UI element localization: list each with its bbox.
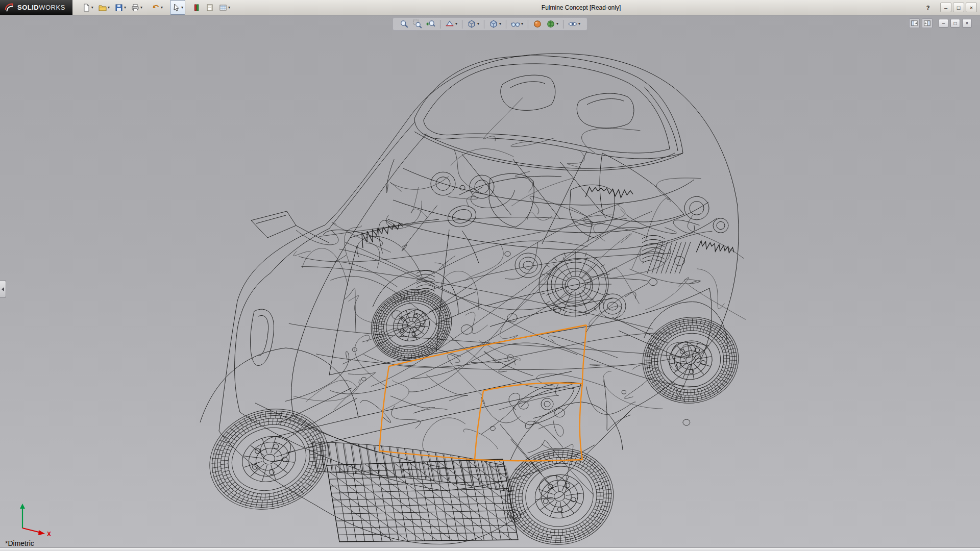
open-folder-icon <box>99 4 107 12</box>
titlebar: SOLIDWORKS ▾▾▾▾▾▾▾ Fulmine Concept [Read… <box>0 0 980 15</box>
selection-filter-icon <box>192 4 201 12</box>
view-orientation-label: *Dimetric <box>5 539 34 547</box>
new-document-icon <box>82 4 90 12</box>
dropdown-caret-icon[interactable]: ▾ <box>91 6 93 10</box>
sheet-grid-button[interactable]: ▾ <box>217 0 232 15</box>
document-window-controls: –□× <box>909 18 972 28</box>
document-restore-button[interactable]: □ <box>950 19 960 28</box>
toolbar-separator <box>528 20 528 29</box>
undo-icon <box>152 4 160 12</box>
dropdown-caret-icon[interactable]: ▾ <box>455 22 457 26</box>
select-cursor-icon <box>172 4 180 12</box>
window-title: Fulmine Concept [Read-only] <box>542 4 621 11</box>
new-document-button[interactable]: ▾ <box>80 0 95 15</box>
apply-scene-button[interactable]: ▾ <box>546 19 559 29</box>
status-bar-edge <box>0 547 980 551</box>
document-minimize-button[interactable]: – <box>939 19 948 28</box>
previous-view-icon <box>426 19 435 29</box>
print-icon <box>131 4 139 12</box>
wheel <box>197 394 341 524</box>
options-clipboard-button[interactable] <box>204 0 216 15</box>
display-style-icon <box>489 19 498 29</box>
maximize-button[interactable]: □ <box>953 3 964 12</box>
solidworks-logo-icon <box>4 3 14 13</box>
solidworks-logo: SOLIDWORKS <box>0 0 72 15</box>
toolbar-separator <box>462 20 462 29</box>
toolbar-separator <box>563 20 564 29</box>
view-settings-button[interactable]: ▾ <box>568 19 581 29</box>
print-button[interactable]: ▾ <box>129 0 144 15</box>
triad-x-label: X <box>47 531 51 538</box>
dropdown-caret-icon[interactable]: ▾ <box>140 6 142 10</box>
dropdown-caret-icon[interactable]: ▾ <box>477 22 479 26</box>
dropdown-caret-icon[interactable]: ▾ <box>181 6 183 10</box>
edit-appearance-button[interactable] <box>532 19 543 29</box>
section-view-icon <box>445 19 454 29</box>
wheel <box>636 310 745 411</box>
collapse-arrow-icon <box>2 287 4 291</box>
section-view-button[interactable]: ▾ <box>445 19 458 29</box>
heads-up-view-toolbar: ▾▾▾▾▾▾ <box>393 17 587 31</box>
view-orientation-button[interactable]: ▾ <box>467 19 480 29</box>
graphics-viewport[interactable]: ▾▾▾▾▾▾ –□× X *Dimetric <box>0 15 980 551</box>
display-style-button[interactable]: ▾ <box>488 19 502 29</box>
clipboard-icon <box>206 4 214 12</box>
help-button[interactable]: ? <box>922 3 934 12</box>
undo-button[interactable]: ▾ <box>150 0 165 15</box>
open-document-button[interactable]: ▾ <box>96 0 112 15</box>
document-close-button[interactable]: × <box>962 19 972 28</box>
view-orientation-icon <box>467 19 476 29</box>
selection-filter-button[interactable] <box>190 0 203 15</box>
edit-appearance-icon <box>533 19 542 29</box>
triad-x-arrowhead <box>38 530 45 535</box>
orientation-triad: X <box>13 503 60 539</box>
dropdown-caret-icon[interactable]: ▾ <box>578 22 580 26</box>
dropdown-caret-icon[interactable]: ▾ <box>521 22 523 26</box>
previous-view-button[interactable] <box>426 19 436 29</box>
close-button[interactable]: × <box>966 3 977 12</box>
minimize-button[interactable]: – <box>940 3 951 12</box>
zoom-to-area-button[interactable] <box>412 19 423 29</box>
main-toolbar: ▾▾▾▾▾▾▾ <box>80 0 233 15</box>
save-icon <box>115 4 123 12</box>
dropdown-caret-icon[interactable]: ▾ <box>499 22 501 26</box>
featuremanager-collapsed-tab[interactable] <box>0 280 6 298</box>
view-settings-icon <box>568 19 577 29</box>
toggle-feature-pane-button[interactable] <box>909 18 920 28</box>
dropdown-caret-icon[interactable]: ▾ <box>556 22 558 26</box>
toolbar-separator <box>506 20 506 29</box>
dropdown-caret-icon[interactable]: ▾ <box>228 6 230 10</box>
grid-icon <box>219 4 227 12</box>
hide-show-icon <box>511 19 520 29</box>
triad-x-axis <box>22 528 41 533</box>
wheel <box>361 279 462 372</box>
zoom-fit-icon <box>400 19 409 29</box>
dropdown-caret-icon[interactable]: ▾ <box>124 6 126 10</box>
window-controls: ? –□× <box>922 0 977 15</box>
select-button[interactable]: ▾ <box>170 0 185 15</box>
toolbar-separator <box>484 20 484 29</box>
dropdown-caret-icon[interactable]: ▾ <box>161 6 163 10</box>
car-wireframe-model <box>197 54 746 551</box>
zoom-to-fit-button[interactable] <box>399 19 409 29</box>
toolbar-separator <box>440 20 440 29</box>
save-button[interactable]: ▾ <box>113 0 128 15</box>
brand-name: SOLIDWORKS <box>17 4 65 11</box>
apply-scene-icon <box>546 19 555 29</box>
triad-y-arrowhead <box>20 504 25 509</box>
solidworks-window: SOLIDWORKS ▾▾▾▾▾▾▾ Fulmine Concept [Read… <box>0 0 980 551</box>
pane-toggle-right-icon <box>923 19 931 27</box>
model-render[interactable] <box>0 15 980 551</box>
zoom-area-icon <box>413 19 422 29</box>
toggle-display-pane-button[interactable] <box>922 18 933 28</box>
pane-toggle-left-icon <box>911 19 918 27</box>
dropdown-caret-icon[interactable]: ▾ <box>108 6 110 10</box>
hide-show-items-button[interactable]: ▾ <box>510 19 524 29</box>
